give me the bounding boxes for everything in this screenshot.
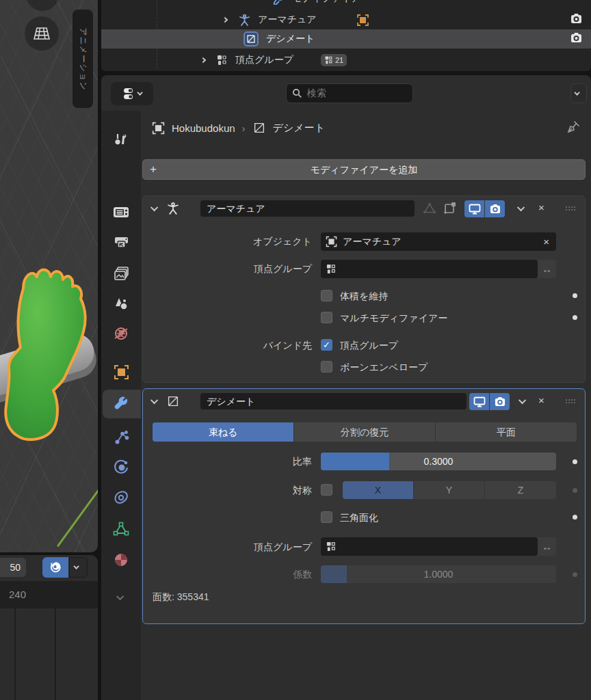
- viewport-display-toggle[interactable]: [469, 393, 489, 410]
- header-dropdown-button[interactable]: [570, 83, 587, 103]
- world-icon: [113, 325, 129, 342]
- clear-object-button[interactable]: ×: [543, 236, 549, 247]
- outliner-row-modifiers[interactable]: モディファイア: [101, 0, 591, 8]
- tab-view-layer[interactable]: [101, 260, 141, 287]
- edit-mode-display-toggle[interactable]: [422, 202, 437, 215]
- tab-physics[interactable]: [101, 454, 141, 481]
- wrench-icon: [272, 0, 284, 5]
- vertex-group-label: 頂点グループ: [143, 537, 312, 556]
- collapse-icon[interactable]: [150, 396, 158, 404]
- on-cage-toggle[interactable]: [443, 201, 458, 216]
- tab-world[interactable]: [101, 320, 141, 347]
- bone-envelopes-checkbox[interactable]: [321, 361, 332, 373]
- properties-editor[interactable]: 検索: [101, 75, 591, 700]
- search-icon: [292, 88, 302, 98]
- add-modifier-button[interactable]: + モディファイアーを追加: [142, 159, 586, 180]
- tab-render[interactable]: [101, 198, 141, 226]
- render-display-toggle[interactable]: [490, 393, 510, 410]
- render-visibility-toggle[interactable]: [570, 13, 583, 25]
- preserve-volume-label: 体積を維持: [340, 291, 388, 303]
- outliner-row-decimate[interactable]: デシメート: [101, 29, 591, 49]
- viewport-display-toggle[interactable]: [464, 200, 484, 217]
- multi-modifier-checkbox[interactable]: [321, 312, 332, 323]
- preserve-volume-checkbox[interactable]: [321, 290, 332, 301]
- modifier-name-field[interactable]: デシメート: [200, 393, 467, 409]
- decimate-panel-header[interactable]: デシメート ×: [143, 389, 585, 414]
- tab-animation[interactable]: アニメーション: [73, 10, 93, 108]
- physics-icon: [113, 459, 129, 476]
- mode-unsubdivide-button[interactable]: 分割の復元: [294, 422, 435, 442]
- tab-modifiers[interactable]: [101, 390, 141, 418]
- invert-vertex-group-button[interactable]: ↔: [538, 260, 556, 278]
- symmetry-checkbox[interactable]: [321, 484, 332, 496]
- frame-field[interactable]: 50: [0, 558, 26, 577]
- ratio-slider[interactable]: 0.3000: [321, 453, 556, 470]
- animate-dot[interactable]: [573, 315, 577, 320]
- extras-dropdown-icon[interactable]: [517, 204, 525, 211]
- tab-overflow[interactable]: [101, 584, 141, 611]
- decimate-modifier-panel: デシメート ×: [142, 388, 586, 624]
- sync-button[interactable]: [42, 557, 68, 578]
- invert-vertex-group-button[interactable]: ↔: [538, 537, 556, 556]
- outliner-row-vertex-groups[interactable]: 頂点グループ 21: [101, 51, 591, 70]
- viewport-floor-button[interactable]: [25, 16, 59, 51]
- bind-vertex-groups-checkbox[interactable]: ✓: [321, 339, 332, 351]
- tab-tool[interactable]: [101, 126, 141, 153]
- camera-icon: [570, 13, 583, 25]
- expand-icon[interactable]: [222, 17, 228, 23]
- armature-panel-header[interactable]: アーマチュア: [143, 196, 585, 221]
- tab-output[interactable]: [101, 228, 141, 256]
- animate-dot[interactable]: [573, 572, 577, 577]
- outliner-row-armature[interactable]: アーマチュア: [101, 10, 591, 29]
- vertex-group-field[interactable]: [321, 537, 538, 556]
- symmetry-axis-x[interactable]: X: [343, 481, 413, 499]
- object-icon: [326, 236, 337, 247]
- badge-count: 21: [335, 56, 343, 64]
- breadcrumb-modifier[interactable]: デシメート: [273, 122, 325, 135]
- symmetry-axis-z[interactable]: Z: [485, 481, 556, 499]
- properties-editor-icon: [122, 86, 137, 101]
- symmetry-label: 対称: [143, 481, 312, 499]
- bind-to-label: バインド先: [143, 340, 312, 352]
- drag-handle[interactable]: [566, 206, 567, 208]
- animate-dot[interactable]: [573, 515, 577, 520]
- expand-icon[interactable]: [200, 57, 206, 63]
- render-visibility-toggle[interactable]: [570, 32, 583, 44]
- factor-value: 1.0000: [321, 565, 556, 583]
- search-input[interactable]: 検索: [286, 83, 413, 103]
- breadcrumb-object[interactable]: Hokubudokun: [172, 122, 235, 134]
- tab-object-data[interactable]: [101, 515, 141, 543]
- sync-dropdown-button[interactable]: [69, 557, 88, 578]
- delete-modifier-button[interactable]: ×: [538, 202, 544, 213]
- drag-handle[interactable]: [566, 399, 567, 401]
- object-field[interactable]: アーマチュア ×: [321, 232, 556, 251]
- animate-dot[interactable]: [573, 488, 577, 493]
- tab-particles[interactable]: [101, 424, 141, 451]
- symmetry-axis-y[interactable]: Y: [414, 481, 484, 499]
- breadcrumb-separator: ›: [242, 122, 246, 134]
- tab-object[interactable]: [101, 358, 141, 386]
- delete-modifier-button[interactable]: ×: [538, 394, 544, 406]
- outliner[interactable]: モディファイア アーマチュア: [101, 0, 591, 71]
- scene-icon: [114, 296, 129, 312]
- timeline-editor[interactable]: 50 240: [0, 555, 98, 700]
- animate-dot[interactable]: [573, 293, 577, 298]
- tab-material[interactable]: [101, 546, 141, 574]
- animate-dot[interactable]: [573, 459, 577, 464]
- camera-icon: [489, 204, 501, 215]
- viewport-3d[interactable]: アニメーション: [0, 0, 98, 552]
- mode-planar-button[interactable]: 平面: [436, 422, 577, 442]
- extras-dropdown-icon[interactable]: [518, 396, 526, 404]
- editor-type-button[interactable]: [111, 82, 153, 105]
- tab-constraints[interactable]: [101, 484, 141, 511]
- render-display-toggle[interactable]: [485, 200, 505, 217]
- pin-toggle[interactable]: [566, 120, 580, 134]
- triangulate-checkbox[interactable]: [321, 511, 332, 523]
- collapse-icon[interactable]: [150, 204, 158, 211]
- factor-slider[interactable]: 1.0000: [321, 565, 556, 583]
- tab-scene[interactable]: [101, 290, 141, 317]
- mesh-foot-object[interactable]: [0, 264, 98, 447]
- mode-collapse-button[interactable]: 束ねる: [153, 422, 293, 442]
- modifier-name-field[interactable]: アーマチュア: [200, 200, 415, 217]
- vertex-group-field[interactable]: [321, 260, 538, 278]
